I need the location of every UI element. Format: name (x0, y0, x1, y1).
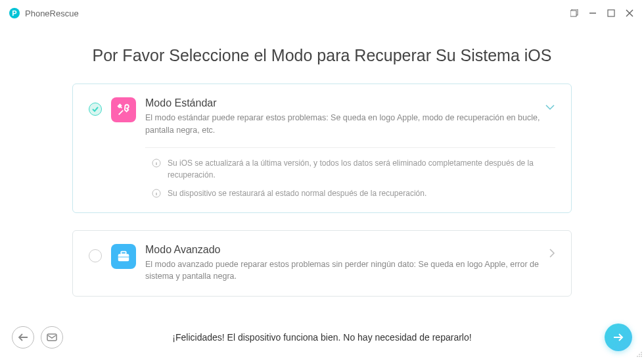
mode-body-standard: Modo Estándar El modo estándar puede rep… (145, 97, 555, 199)
mode-card-advanced[interactable]: Modo Avanzado El modo avanzado puede rep… (72, 230, 572, 297)
mode-body-advanced: Modo Avanzado El modo avanzado puede rep… (145, 244, 555, 283)
mode-desc-advanced: El modo avanzado puede reparar estos pro… (145, 258, 555, 283)
svg-point-21 (641, 356, 642, 357)
svg-point-19 (637, 356, 638, 357)
svg-point-16 (641, 352, 642, 353)
mode-desc-standard: El modo estándar puede reparar estos pro… (145, 112, 555, 137)
window-minimize-button[interactable] (587, 8, 598, 18)
resize-grip-icon[interactable] (636, 350, 643, 360)
svg-point-18 (641, 354, 642, 355)
mode-details-standard: Su iOS se actualizará a la última versió… (145, 147, 555, 199)
footer-left (12, 326, 63, 349)
window-controls (569, 8, 635, 18)
info-icon (152, 189, 161, 198)
svg-point-17 (639, 354, 640, 355)
page-title: Por Favor Seleccione el Modo para Recupe… (0, 46, 644, 65)
footer: ¡Felicidades! El dispositivo funciona bi… (0, 320, 644, 361)
chevron-right-icon[interactable] (549, 248, 555, 261)
next-button[interactable] (605, 324, 632, 351)
detail-text: Su dispositivo se restaurará al estado n… (168, 187, 426, 199)
detail-text: Su iOS se actualizará a la última versió… (168, 157, 555, 181)
chevron-down-icon[interactable] (545, 101, 555, 113)
detail-row: Su dispositivo se restaurará al estado n… (152, 187, 555, 199)
svg-rect-13 (121, 251, 126, 254)
svg-rect-15 (47, 334, 57, 341)
arrow-right-icon (612, 332, 625, 343)
titlebar-left: P PhoneRescue (9, 8, 79, 18)
titlebar: P PhoneRescue (0, 0, 644, 26)
mode-list: Modo Estándar El modo estándar puede rep… (0, 84, 644, 297)
footer-message: ¡Felicidades! El dispositivo funciona bi… (172, 332, 471, 343)
app-logo-icon: P (9, 8, 20, 18)
window-maximize-button[interactable] (606, 8, 616, 18)
check-icon (91, 105, 99, 113)
detail-row: Su iOS se actualizará a la última versió… (152, 157, 555, 181)
back-button[interactable] (12, 326, 34, 349)
mail-button[interactable] (41, 326, 63, 349)
window-restore-button[interactable] (569, 8, 580, 18)
radio-advanced[interactable] (89, 249, 102, 262)
svg-rect-3 (608, 10, 614, 16)
briefcase-icon (111, 244, 136, 269)
svg-rect-1 (570, 11, 576, 16)
mode-title-standard: Modo Estándar (145, 97, 555, 109)
svg-point-20 (639, 356, 640, 357)
app-name: PhoneRescue (25, 9, 79, 18)
info-icon (152, 158, 161, 168)
mode-card-standard[interactable]: Modo Estándar El modo estándar puede rep… (72, 84, 572, 213)
window-close-button[interactable] (624, 8, 635, 18)
svg-rect-12 (118, 254, 129, 261)
mode-title-advanced: Modo Avanzado (145, 244, 555, 256)
tools-icon (111, 97, 136, 122)
radio-standard[interactable] (89, 103, 102, 116)
